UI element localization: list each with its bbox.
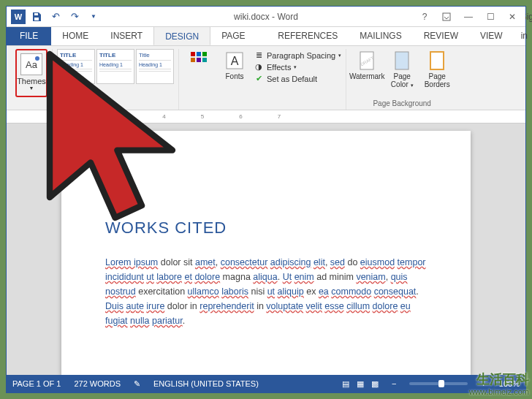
gallery-item[interactable]: TitleHeading 1 <box>136 49 174 84</box>
tab-insert[interactable]: INSERT <box>99 26 153 45</box>
zoom-slider[interactable] <box>409 382 468 385</box>
page-color-button[interactable]: Page Color ▾ <box>386 49 418 89</box>
word-count[interactable]: 272 WORDS <box>74 379 121 388</box>
themes-group: Aa Themes ▼ <box>11 49 53 110</box>
page-borders-icon <box>425 49 449 72</box>
svg-text:A: A <box>231 55 239 67</box>
svg-rect-13 <box>395 52 408 69</box>
image-watermark: 生活百科 www.bimeiz.com <box>469 373 529 396</box>
check-icon: ✔ <box>254 74 264 83</box>
window-title: wiki.docx - Word <box>234 12 298 22</box>
themes-icon: Aa <box>20 53 42 75</box>
redo-button[interactable]: ↷ <box>66 9 83 25</box>
paragraph-spacing-icon: ≣ <box>254 50 264 60</box>
page-borders-button[interactable]: Page Borders <box>421 49 453 88</box>
fonts-icon: A <box>223 49 246 72</box>
close-button[interactable]: ✕ <box>502 8 522 26</box>
svg-rect-3 <box>191 52 195 56</box>
svg-rect-4 <box>197 52 201 56</box>
minimize-button[interactable]: — <box>458 8 479 26</box>
document-formatting-group: TITLEHeading 1 TITLEHeading 1 TitleHeadi… <box>53 49 179 110</box>
titlebar: W ↶ ↷ ▼ wiki.docx - Word ? — ☐ ✕ <box>7 7 525 27</box>
horizontal-ruler[interactable]: 1 2 3 4 5 6 7 <box>7 110 525 123</box>
zoom-out-button[interactable]: − <box>392 379 396 388</box>
tab-file[interactable]: FILE <box>7 26 51 45</box>
gallery-item[interactable]: TITLEHeading 1 <box>57 49 95 84</box>
effects-icon: ◑ <box>254 62 264 72</box>
qat-customize-button[interactable]: ▼ <box>86 9 102 25</box>
svg-rect-6 <box>191 58 195 62</box>
paragraph-spacing-button[interactable]: ≣Paragraph Spacing ▾ <box>254 50 341 60</box>
tab-review[interactable]: REVIEW <box>413 26 469 45</box>
spell-check-icon[interactable]: ✎ <box>134 379 140 389</box>
maximize-button[interactable]: ☐ <box>480 8 501 26</box>
tab-home[interactable]: HOME <box>51 26 99 45</box>
watermark-button[interactable]: DRAFT Watermark <box>351 49 383 80</box>
ribbon: Aa Themes ▼ TITLEHeading 1 TITLEHeading … <box>7 46 525 110</box>
save-button[interactable] <box>28 9 45 25</box>
document-body[interactable]: Lorem ipsum dolor sit amet, consectetur … <box>105 255 427 328</box>
web-layout-icon[interactable]: ▩ <box>371 379 379 389</box>
document-viewport[interactable]: WORKS CITED Lorem ipsum dolor sit amet, … <box>7 123 525 375</box>
svg-rect-5 <box>202 52 207 56</box>
read-mode-icon[interactable]: ▤ <box>342 379 349 389</box>
help-button[interactable]: ? <box>414 8 435 26</box>
tab-page-layout[interactable]: PAGE LAYOUT <box>210 26 267 45</box>
app-window: W ↶ ↷ ▼ wiki.docx - Word ? — ☐ ✕ FILE HO… <box>6 6 526 393</box>
word-icon: W <box>11 10 26 24</box>
tab-design[interactable]: DESIGN <box>153 26 210 45</box>
formatting-options: ≣Paragraph Spacing ▾ ◑Effects ▾ ✔Set as … <box>254 49 341 83</box>
svg-rect-7 <box>197 58 201 62</box>
style-gallery[interactable]: TITLEHeading 1 TITLEHeading 1 TitleHeadi… <box>57 49 174 84</box>
window-controls: ? — ☐ ✕ <box>414 8 525 26</box>
effects-button[interactable]: ◑Effects ▾ <box>254 62 341 72</box>
gallery-item[interactable]: TITLEHeading 1 <box>96 49 134 84</box>
svg-rect-1 <box>34 18 39 20</box>
language-indicator[interactable]: ENGLISH (UNITED STATES) <box>153 379 259 388</box>
page[interactable]: WORKS CITED Lorem ipsum dolor sit amet, … <box>61 131 471 375</box>
tab-mailings[interactable]: MAILINGS <box>349 26 412 45</box>
page-background-group: DRAFT Watermark Page Color ▾ Page Border… <box>346 49 457 110</box>
ribbon-collapse-button[interactable] <box>436 8 457 26</box>
page-color-icon <box>390 49 414 72</box>
watermark-icon: DRAFT <box>355 49 379 72</box>
quick-access-toolbar: W ↶ ↷ ▼ <box>7 9 102 25</box>
document-heading[interactable]: WORKS CITED <box>105 218 427 238</box>
themes-button[interactable]: Aa Themes ▼ <box>15 49 48 97</box>
view-switcher: ▤ ▦ ▩ <box>342 379 379 389</box>
fonts-button[interactable]: A Fonts <box>218 49 251 80</box>
status-bar: PAGE 1 OF 1 272 WORDS ✎ ENGLISH (UNITED … <box>7 375 525 392</box>
svg-rect-8 <box>202 58 207 62</box>
svg-rect-14 <box>430 52 444 69</box>
ribbon-tabs: FILE HOME INSERT DESIGN PAGE LAYOUT REFE… <box>7 27 525 46</box>
undo-button[interactable]: ↶ <box>48 9 64 25</box>
tab-view[interactable]: VIEW <box>469 26 514 45</box>
work-area: 1 2 3 4 5 6 7 WORKS CITED Lorem ipsum do… <box>7 110 525 375</box>
page-indicator[interactable]: PAGE 1 OF 1 <box>12 379 61 388</box>
svg-rect-0 <box>34 13 38 15</box>
set-default-button[interactable]: ✔Set as Default <box>254 74 341 83</box>
print-layout-icon[interactable]: ▦ <box>357 379 364 389</box>
colors-fonts-group: A Fonts ≣Paragraph Spacing ▾ ◑Effects ▾ … <box>179 49 346 110</box>
colors-icon <box>188 49 211 72</box>
colors-button[interactable] <box>183 49 216 72</box>
tab-references[interactable]: REFERENCES <box>267 26 349 45</box>
chevron-down-icon: ▼ <box>29 86 34 91</box>
